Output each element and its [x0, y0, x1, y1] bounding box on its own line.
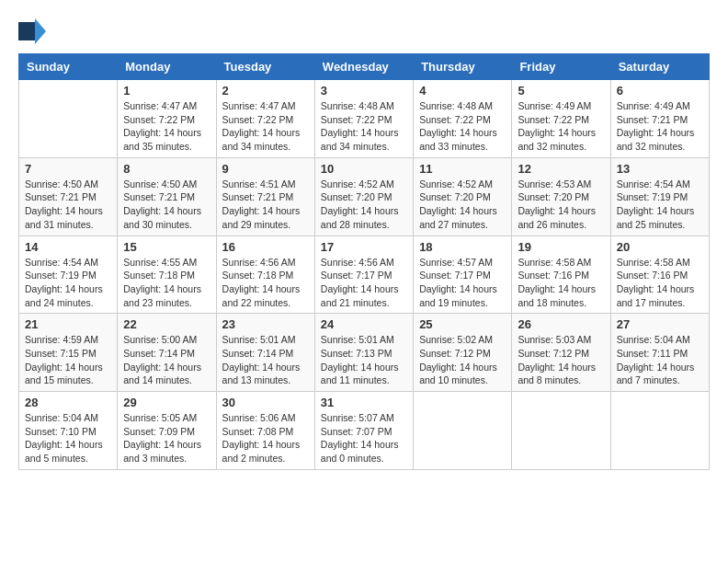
calendar-cell: 8 Sunrise: 4:50 AMSunset: 7:21 PMDayligh… — [118, 157, 216, 236]
day-number: 9 — [222, 162, 309, 176]
day-number: 29 — [123, 396, 210, 409]
day-number: 17 — [321, 240, 407, 254]
day-number: 13 — [617, 162, 703, 176]
calendar-cell: 30 Sunrise: 5:06 AMSunset: 7:08 PMDaylig… — [216, 392, 314, 470]
calendar-cell: 19 Sunrise: 4:58 AMSunset: 7:16 PMDaylig… — [512, 236, 610, 314]
calendar-cell: 13 Sunrise: 4:54 AMSunset: 7:19 PMDaylig… — [610, 157, 709, 236]
calendar-cell: 21 Sunrise: 4:59 AMSunset: 7:15 PMDaylig… — [19, 314, 118, 392]
calendar-cell: 17 Sunrise: 4:56 AMSunset: 7:17 PMDaylig… — [314, 236, 413, 314]
calendar-cell: 6 Sunrise: 4:49 AMSunset: 7:21 PMDayligh… — [610, 80, 709, 158]
calendar-week-row: 21 Sunrise: 4:59 AMSunset: 7:15 PMDaylig… — [19, 314, 710, 392]
day-number: 1 — [123, 84, 210, 98]
day-info: Sunrise: 4:58 AMSunset: 7:16 PMDaylight:… — [617, 256, 703, 310]
calendar-cell: 16 Sunrise: 4:56 AMSunset: 7:18 PMDaylig… — [216, 236, 314, 314]
day-info: Sunrise: 4:59 AMSunset: 7:15 PMDaylight:… — [25, 333, 111, 387]
day-info: Sunrise: 4:53 AMSunset: 7:20 PMDaylight:… — [518, 178, 604, 232]
day-info: Sunrise: 4:54 AMSunset: 7:19 PMDaylight:… — [25, 256, 111, 310]
calendar-cell: 23 Sunrise: 5:01 AMSunset: 7:14 PMDaylig… — [216, 314, 314, 392]
calendar-cell: 18 Sunrise: 4:57 AMSunset: 7:17 PMDaylig… — [414, 236, 512, 314]
calendar-cell — [610, 392, 709, 470]
day-number: 8 — [123, 162, 210, 176]
day-number: 24 — [321, 317, 407, 331]
day-number: 18 — [419, 240, 506, 254]
day-number: 14 — [25, 240, 111, 254]
calendar-week-row: 14 Sunrise: 4:54 AMSunset: 7:19 PMDaylig… — [19, 236, 710, 314]
calendar-cell: 10 Sunrise: 4:52 AMSunset: 7:20 PMDaylig… — [314, 157, 413, 236]
day-number: 28 — [25, 396, 111, 409]
calendar-cell — [19, 80, 118, 158]
calendar-cell: 26 Sunrise: 5:03 AMSunset: 7:12 PMDaylig… — [512, 314, 610, 392]
calendar-week-row: 1 Sunrise: 4:47 AMSunset: 7:22 PMDayligh… — [19, 80, 710, 158]
day-info: Sunrise: 4:51 AMSunset: 7:21 PMDaylight:… — [222, 178, 309, 232]
logo-icon — [18, 18, 46, 44]
calendar-cell: 14 Sunrise: 4:54 AMSunset: 7:19 PMDaylig… — [19, 236, 118, 314]
calendar-cell: 4 Sunrise: 4:48 AMSunset: 7:22 PMDayligh… — [414, 80, 512, 158]
day-info: Sunrise: 5:02 AMSunset: 7:12 PMDaylight:… — [419, 333, 506, 387]
day-info: Sunrise: 5:05 AMSunset: 7:09 PMDaylight:… — [123, 411, 210, 465]
day-number: 31 — [321, 396, 407, 409]
day-number: 23 — [222, 317, 309, 331]
svg-rect-0 — [18, 22, 35, 40]
day-info: Sunrise: 4:52 AMSunset: 7:20 PMDaylight:… — [321, 178, 407, 232]
day-info: Sunrise: 5:04 AMSunset: 7:10 PMDaylight:… — [25, 411, 111, 465]
calendar-week-row: 28 Sunrise: 5:04 AMSunset: 7:10 PMDaylig… — [19, 392, 710, 470]
svg-marker-1 — [35, 18, 46, 44]
calendar-cell: 2 Sunrise: 4:47 AMSunset: 7:22 PMDayligh… — [216, 80, 314, 158]
day-info: Sunrise: 4:49 AMSunset: 7:21 PMDaylight:… — [617, 99, 703, 154]
calendar-cell: 1 Sunrise: 4:47 AMSunset: 7:22 PMDayligh… — [118, 80, 216, 158]
day-info: Sunrise: 4:56 AMSunset: 7:17 PMDaylight:… — [321, 256, 407, 310]
calendar-cell: 9 Sunrise: 4:51 AMSunset: 7:21 PMDayligh… — [216, 157, 314, 236]
day-info: Sunrise: 5:01 AMSunset: 7:14 PMDaylight:… — [222, 333, 309, 387]
day-info: Sunrise: 4:55 AMSunset: 7:18 PMDaylight:… — [123, 256, 210, 310]
day-info: Sunrise: 4:48 AMSunset: 7:22 PMDaylight:… — [419, 99, 506, 154]
calendar-cell: 27 Sunrise: 5:04 AMSunset: 7:11 PMDaylig… — [610, 314, 709, 392]
day-number: 27 — [617, 317, 703, 331]
day-number: 15 — [123, 240, 210, 254]
calendar-cell: 31 Sunrise: 5:07 AMSunset: 7:07 PMDaylig… — [314, 392, 413, 470]
day-info: Sunrise: 4:47 AMSunset: 7:22 PMDaylight:… — [222, 99, 309, 154]
day-number: 20 — [617, 240, 703, 254]
day-info: Sunrise: 5:06 AMSunset: 7:08 PMDaylight:… — [222, 411, 309, 465]
calendar-cell: 7 Sunrise: 4:50 AMSunset: 7:21 PMDayligh… — [19, 157, 118, 236]
day-info: Sunrise: 4:48 AMSunset: 7:22 PMDaylight:… — [321, 99, 407, 154]
calendar-cell — [414, 392, 512, 470]
calendar-header-row: SundayMondayTuesdayWednesdayThursdayFrid… — [19, 54, 710, 80]
calendar-week-row: 7 Sunrise: 4:50 AMSunset: 7:21 PMDayligh… — [19, 157, 710, 236]
calendar-cell: 25 Sunrise: 5:02 AMSunset: 7:12 PMDaylig… — [414, 314, 512, 392]
day-info: Sunrise: 4:50 AMSunset: 7:21 PMDaylight:… — [25, 178, 111, 232]
day-number: 12 — [518, 162, 604, 176]
calendar-header-saturday: Saturday — [610, 54, 709, 80]
calendar-cell: 5 Sunrise: 4:49 AMSunset: 7:22 PMDayligh… — [512, 80, 610, 158]
day-info: Sunrise: 5:03 AMSunset: 7:12 PMDaylight:… — [518, 333, 604, 387]
day-number: 16 — [222, 240, 309, 254]
day-info: Sunrise: 4:50 AMSunset: 7:21 PMDaylight:… — [123, 178, 210, 232]
calendar-cell — [512, 392, 610, 470]
day-number: 22 — [123, 317, 210, 331]
day-info: Sunrise: 4:49 AMSunset: 7:22 PMDaylight:… — [518, 99, 604, 154]
day-number: 26 — [518, 317, 604, 331]
calendar-cell: 28 Sunrise: 5:04 AMSunset: 7:10 PMDaylig… — [19, 392, 118, 470]
day-number: 30 — [222, 396, 309, 409]
calendar-cell: 3 Sunrise: 4:48 AMSunset: 7:22 PMDayligh… — [314, 80, 413, 158]
day-info: Sunrise: 4:58 AMSunset: 7:16 PMDaylight:… — [518, 256, 604, 310]
calendar-cell: 15 Sunrise: 4:55 AMSunset: 7:18 PMDaylig… — [118, 236, 216, 314]
day-info: Sunrise: 4:47 AMSunset: 7:22 PMDaylight:… — [123, 99, 210, 154]
day-number: 3 — [321, 84, 407, 98]
day-number: 4 — [419, 84, 506, 98]
day-number: 7 — [25, 162, 111, 176]
calendar-header-tuesday: Tuesday — [216, 54, 314, 80]
day-number: 25 — [419, 317, 506, 331]
day-info: Sunrise: 4:54 AMSunset: 7:19 PMDaylight:… — [617, 178, 703, 232]
day-info: Sunrise: 5:07 AMSunset: 7:07 PMDaylight:… — [321, 411, 407, 465]
day-number: 11 — [419, 162, 506, 176]
calendar-header-friday: Friday — [512, 54, 610, 80]
day-info: Sunrise: 5:01 AMSunset: 7:13 PMDaylight:… — [321, 333, 407, 387]
calendar-cell: 20 Sunrise: 4:58 AMSunset: 7:16 PMDaylig… — [610, 236, 709, 314]
day-info: Sunrise: 5:00 AMSunset: 7:14 PMDaylight:… — [123, 333, 210, 387]
header — [18, 18, 710, 44]
calendar-cell: 11 Sunrise: 4:52 AMSunset: 7:20 PMDaylig… — [414, 157, 512, 236]
day-number: 2 — [222, 84, 309, 98]
calendar-header-thursday: Thursday — [414, 54, 512, 80]
logo — [18, 18, 50, 44]
day-number: 10 — [321, 162, 407, 176]
